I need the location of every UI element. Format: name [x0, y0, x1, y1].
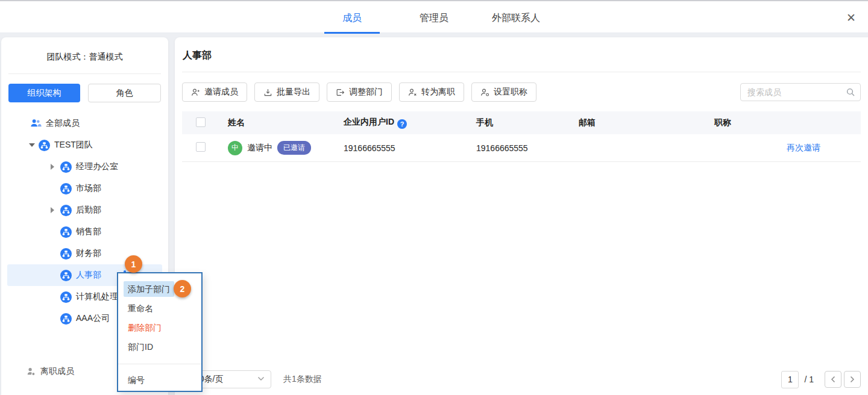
- batch-export-button[interactable]: 批量导出: [254, 82, 319, 102]
- annotation-step-2-badge: 2: [174, 280, 191, 297]
- column-phone: 手机: [464, 117, 567, 128]
- help-icon[interactable]: ?: [397, 119, 407, 129]
- tree-item-label: TEST团队: [54, 140, 93, 151]
- button-label: 设置职称: [494, 87, 527, 98]
- annotation-step-1-badge: 1: [125, 255, 142, 273]
- pagination: 1 / 1: [781, 371, 861, 388]
- role-button[interactable]: 角色: [88, 84, 161, 102]
- member-panel: 人事部 邀请成员 批量导出 调整部门: [175, 37, 868, 395]
- caret-down-icon[interactable]: [29, 143, 39, 147]
- tree-item-test-team[interactable]: TEST团队: [7, 134, 162, 156]
- button-label: 邀请成员: [204, 87, 238, 98]
- column-email: 邮箱: [567, 117, 702, 128]
- close-icon[interactable]: ✕: [844, 11, 858, 25]
- member-management-dialog: 成员 管理员 外部联系人 ✕ 团队模式：普通模式 组织架构 角色 全部成员: [0, 0, 868, 395]
- member-user-id: 19166665555: [332, 143, 464, 153]
- page-total-label: / 1: [804, 375, 814, 384]
- resigned-member-icon: [27, 367, 36, 376]
- tree-item-all-members[interactable]: 全部成员: [7, 113, 162, 134]
- tree-item-label: 市场部: [76, 183, 101, 194]
- current-page-box[interactable]: 1: [781, 371, 799, 388]
- tree-item-label: 财务部: [76, 248, 101, 259]
- department-icon: [60, 161, 72, 173]
- total-count-label: 共1条数据: [283, 374, 322, 385]
- department-icon: [60, 313, 72, 325]
- top-tab-bar: 成员 管理员 外部联系人 ✕: [0, 0, 868, 33]
- table-row: 中 邀请中 已邀请 19166665555 19166665555 再次邀请: [182, 134, 861, 162]
- department-icon: [60, 291, 72, 303]
- prev-page-button[interactable]: [825, 371, 841, 388]
- user-add-icon: [191, 88, 200, 97]
- user-title-icon: [480, 88, 489, 97]
- tree-item-label: 销售部: [76, 226, 101, 237]
- menu-item-department-id[interactable]: 部门ID: [118, 337, 201, 356]
- button-label: 调整部门: [349, 87, 383, 98]
- button-label: 转为离职: [421, 87, 455, 98]
- member-toolbar: 邀请成员 批量导出 调整部门 转为离职: [182, 82, 861, 102]
- members-table: 姓名 企业内用户ID? 手机 邮箱 职称 中 邀请中 已邀请 191666655…: [182, 111, 861, 162]
- search-icon[interactable]: [846, 87, 855, 97]
- transfer-department-icon: [336, 88, 345, 97]
- caret-right-icon[interactable]: [51, 207, 60, 213]
- sidebar-divider: [8, 73, 161, 74]
- tree-item-logistics-dept[interactable]: 后勤部: [7, 199, 162, 221]
- next-page-button[interactable]: [844, 371, 861, 388]
- export-icon: [263, 88, 272, 97]
- member-name-cell: 中 邀请中 已邀请: [216, 141, 332, 155]
- page-title: 人事部: [175, 37, 868, 62]
- title-divider: [182, 72, 861, 72]
- tab-members[interactable]: 成员: [342, 2, 362, 34]
- set-resigned-button[interactable]: 转为离职: [399, 82, 464, 102]
- resigned-members-label: 离职成员: [40, 366, 74, 377]
- department-icon: [60, 248, 72, 260]
- button-label: 批量导出: [277, 87, 310, 98]
- column-user-id: 企业内用户ID?: [332, 117, 464, 129]
- table-footer: 10条/页 共1条数据 1 / 1: [182, 370, 861, 388]
- chevron-down-icon: [257, 376, 265, 381]
- menu-item-label: 添加子部门: [124, 281, 174, 297]
- member-name: 邀请中: [247, 143, 272, 154]
- column-job-title: 职称: [702, 117, 861, 128]
- tree-item-sales-dept[interactable]: 销售部: [7, 221, 162, 243]
- table-header-row: 姓名 企业内用户ID? 手机 邮箱 职称: [182, 111, 861, 134]
- team-mode-label: 团队模式：普通模式: [1, 37, 168, 73]
- menu-item-delete-department[interactable]: 删除部门: [118, 318, 201, 337]
- reinvite-link[interactable]: 再次邀请: [787, 143, 820, 154]
- department-icon: [60, 205, 72, 216]
- department-icon: [60, 226, 72, 238]
- org-structure-button[interactable]: 组织架构: [8, 84, 80, 102]
- menu-divider: [118, 364, 201, 364]
- menu-item-number[interactable]: 编号: [118, 370, 201, 390]
- tab-admins[interactable]: 管理员: [420, 2, 448, 34]
- members-group-icon: [30, 118, 42, 129]
- invite-member-button[interactable]: 邀请成员: [182, 82, 247, 102]
- row-checkbox[interactable]: [196, 142, 206, 152]
- department-icon: [60, 270, 72, 281]
- resigned-members-item[interactable]: 离职成员: [27, 366, 74, 377]
- department-icon: [60, 183, 72, 194]
- menu-item-rename[interactable]: 重命名: [118, 299, 201, 318]
- select-all-checkbox[interactable]: [196, 117, 206, 127]
- member-action-cell: 再次邀请: [702, 143, 861, 154]
- tree-item-marketing-dept[interactable]: 市场部: [7, 178, 162, 199]
- status-badge: 已邀请: [277, 141, 311, 155]
- avatar: 中: [228, 141, 242, 155]
- user-resign-icon: [408, 88, 417, 97]
- tree-item-manager-office[interactable]: 经理办公室: [7, 156, 162, 178]
- search-input[interactable]: [740, 83, 861, 101]
- adjust-department-button[interactable]: 调整部门: [327, 82, 392, 102]
- tree-item-label: 后勤部: [76, 205, 101, 216]
- member-phone: 19166665555: [464, 143, 567, 153]
- department-icon: [39, 140, 50, 151]
- set-job-title-button[interactable]: 设置职称: [471, 82, 536, 102]
- tab-external-contacts[interactable]: 外部联系人: [492, 2, 540, 34]
- tree-item-label: AAA公司: [76, 313, 110, 324]
- tree-item-label: 全部成员: [46, 118, 80, 129]
- tree-item-label: 经理办公室: [76, 161, 118, 172]
- column-name: 姓名: [216, 117, 332, 128]
- caret-right-icon[interactable]: [51, 164, 60, 170]
- tree-item-label: 人事部: [76, 270, 101, 281]
